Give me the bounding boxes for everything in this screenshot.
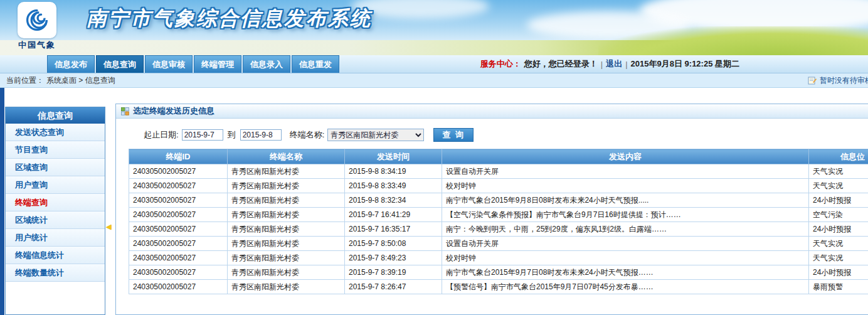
sidebar-collapse-arrow-icon[interactable]: ◀: [106, 223, 111, 231]
table-body: 240305002005027青秀区南阳新光村委2015-9-8 8:34:19…: [129, 164, 868, 294]
cell-send-content: 设置自动开关屏: [442, 164, 809, 179]
cell-send-time: 2015-9-7 16:41:29: [345, 208, 442, 222]
user-info-bar: 服务中心： 您好，您已经登录！ | 退出 | 2015年9月8日 9:12:25…: [480, 55, 739, 73]
column-header: 终端名称: [228, 149, 345, 164]
cell-terminal-name: 青秀区南阳新光村委: [228, 208, 345, 222]
logout-link[interactable]: 退出: [606, 58, 622, 70]
table-row[interactable]: 240305002005027青秀区南阳新光村委2015-9-7 8:39:19…: [129, 265, 868, 280]
main-navbar: 信息发布信息查询信息审核终端管理信息录入信息重发 服务中心： 您好，您已经登录！…: [0, 55, 868, 73]
sidebar-item[interactable]: 用户统计: [6, 229, 105, 247]
cell-terminal-id: 240305002005027: [129, 237, 228, 251]
terminal-name-label: 终端名称:: [290, 129, 325, 141]
nav-tab[interactable]: 信息录入: [243, 55, 290, 73]
cell-info-type: 天气实况: [809, 237, 868, 251]
nav-tab[interactable]: 信息审核: [145, 55, 193, 73]
content-area: 信息查询 发送状态查询节目查询区域查询用户查询终端查询区域统计用户统计终端信息统…: [0, 88, 868, 315]
cell-terminal-id: 240305002005027: [129, 265, 228, 280]
cell-terminal-name: 青秀区南阳新光村委: [228, 179, 345, 193]
separator: |: [601, 60, 603, 69]
history-table: 终端ID终端名称发送时间发送内容信息位 240305002005027青秀区南阳…: [129, 149, 868, 294]
end-date-input[interactable]: [240, 129, 282, 141]
column-header: 终端ID: [129, 149, 228, 164]
main-panel: 选定终端发送历史信息 起止日期: 到 终端名称: 青秀区南阳新光村委 查 询: [115, 104, 868, 315]
cell-terminal-id: 240305002005027: [129, 164, 228, 179]
cell-info-type: 24小时预报: [809, 265, 868, 280]
sidebar-item[interactable]: 终端数量统计: [6, 264, 105, 282]
breadcrumb-bar: 当前位置： 系统桌面 > 信息查询 暂时没有待审核信息: [0, 73, 868, 88]
sidebar-item[interactable]: 区域统计: [6, 211, 105, 229]
app-window: 中国气象 南宁市气象综合信息发布系统 信息发布信息查询信息审核终端管理信息录入信…: [0, 0, 868, 315]
table-row[interactable]: 240305002005027青秀区南阳新光村委2015-9-7 8:50:08…: [129, 237, 868, 251]
cell-send-content: 设置自动开关屏: [442, 237, 809, 251]
cell-send-time: 2015-9-7 16:35:17: [345, 222, 442, 237]
cell-send-content: 南宁：今晚到明天，中雨，25到29度，偏东风1到2级。白露端……: [442, 222, 809, 237]
cell-terminal-name: 青秀区南阳新光村委: [228, 251, 345, 265]
cell-info-type: 空气污染: [809, 208, 868, 222]
login-greeting: 您好，您已经登录！: [524, 58, 598, 70]
table-row[interactable]: 240305002005027青秀区南阳新光村委2015-9-8 8:34:19…: [129, 164, 868, 179]
search-button[interactable]: 查 询: [433, 128, 474, 142]
sidebar-item[interactable]: 用户查询: [6, 176, 105, 194]
start-date-input[interactable]: [182, 129, 223, 141]
note-icon: [808, 77, 817, 85]
sidebar-item[interactable]: 终端查询: [6, 194, 105, 211]
sidebar-item[interactable]: 发送状态查询: [6, 124, 105, 141]
cell-info-type: 暴雨预警: [809, 280, 868, 294]
sidebar: 信息查询 发送状态查询节目查询区域查询用户查询终端查询区域统计用户统计终端信息统…: [5, 107, 105, 315]
cell-send-content: 校对时钟: [442, 179, 809, 193]
cma-logo-icon: [18, 2, 56, 38]
audit-notice-text: 暂时没有待审核信息: [820, 75, 868, 86]
cell-info-type: 天气实况: [809, 164, 868, 179]
table-row[interactable]: 240305002005027青秀区南阳新光村委2015-9-8 8:32:34…: [129, 193, 868, 208]
cell-send-time: 2015-9-7 8:26:47: [345, 280, 442, 294]
cell-terminal-id: 240305002005027: [129, 193, 228, 208]
nav-tab[interactable]: 信息查询: [96, 55, 144, 73]
separator: |: [625, 60, 627, 69]
cell-send-time: 2015-9-7 8:49:23: [345, 251, 442, 265]
table-row[interactable]: 240305002005027青秀区南阳新光村委2015-9-7 16:35:1…: [129, 222, 868, 237]
cell-terminal-name: 青秀区南阳新光村委: [228, 237, 345, 251]
table-row[interactable]: 240305002005027青秀区南阳新光村委2015-9-8 8:33:49…: [129, 179, 868, 193]
column-header: 信息位: [809, 149, 868, 164]
cell-terminal-id: 240305002005027: [129, 280, 228, 294]
table-row[interactable]: 240305002005027青秀区南阳新光村委2015-9-7 16:41:2…: [129, 208, 868, 222]
sidebar-item[interactable]: 节目查询: [6, 141, 105, 159]
nav-tabs: 信息发布信息查询信息审核终端管理信息录入信息重发: [47, 55, 339, 73]
cell-send-content: 南宁市气象台2015年9月7日08时发布未来24小时天气预报……: [442, 265, 809, 280]
cell-terminal-name: 青秀区南阳新光村委: [228, 193, 345, 208]
cell-terminal-name: 青秀区南阳新光村委: [228, 265, 345, 280]
nav-tab[interactable]: 信息重发: [292, 55, 339, 73]
cell-terminal-name: 青秀区南阳新光村委: [228, 222, 345, 237]
cell-send-content: 【预警信号】南宁市气象台2015年9月7日07时45分发布暴……: [442, 280, 809, 294]
cell-send-content: 【空气污染气象条件预报】南宁市气象台9月7日16时提供提：预计……: [442, 208, 809, 222]
breadcrumb-label: 当前位置：: [6, 75, 44, 86]
sidebar-item[interactable]: 终端信息统计: [6, 247, 105, 264]
cell-send-time: 2015-9-7 8:39:19: [345, 265, 442, 280]
table-row[interactable]: 240305002005027青秀区南阳新光村委2015-9-7 8:26:47…: [129, 280, 868, 294]
terminal-select[interactable]: 青秀区南阳新光村委: [327, 129, 424, 141]
left-border-strip: [0, 88, 4, 315]
sidebar-item[interactable]: 区域查询: [6, 159, 105, 176]
grid-icon: [121, 107, 129, 115]
column-header: 发送时间: [345, 149, 442, 164]
banner: 中国气象 南宁市气象综合信息发布系统: [0, 0, 868, 55]
audit-notice[interactable]: 暂时没有待审核信息: [808, 73, 868, 87]
cell-terminal-id: 240305002005027: [129, 179, 228, 193]
cloud-decoration: [351, 0, 489, 19]
nav-tab[interactable]: 终端管理: [194, 55, 241, 73]
table-row[interactable]: 240305002005027青秀区南阳新光村委2015-9-7 8:49:23…: [129, 251, 868, 265]
date-range-label: 起止日期:: [144, 129, 179, 141]
cell-terminal-id: 240305002005027: [129, 222, 228, 237]
cell-terminal-id: 240305002005027: [129, 208, 228, 222]
cma-logo: 中国气象: [16, 2, 58, 51]
cell-send-time: 2015-9-8 8:34:19: [345, 164, 442, 179]
cell-info-type: 天气实况: [809, 179, 868, 193]
nav-tab[interactable]: 信息发布: [47, 55, 95, 73]
sidebar-title: 信息查询: [6, 107, 105, 124]
cell-send-content: 校对时钟: [442, 251, 809, 265]
cell-info-type: 24小时预报: [809, 193, 868, 208]
to-label: 到: [228, 129, 236, 141]
logo-caption: 中国气象: [16, 40, 58, 51]
cell-terminal-name: 青秀区南阳新光村委: [228, 280, 345, 294]
cell-terminal-name: 青秀区南阳新光村委: [228, 164, 345, 179]
